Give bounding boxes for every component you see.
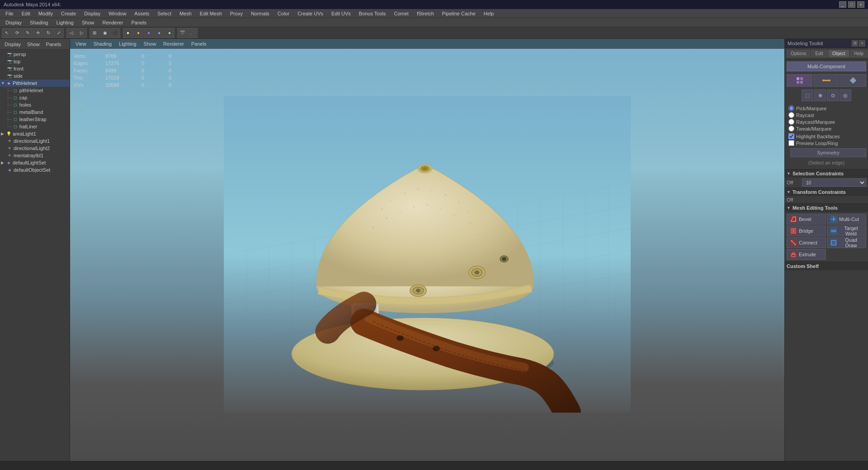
checkbox-preview-loop-ring[interactable]: Preview Loop/Ring <box>787 140 866 146</box>
menu-help[interactable]: Help <box>480 10 498 17</box>
paint-select-icon[interactable]: ⊙ <box>827 89 839 101</box>
quad-draw-button[interactable]: Quad Draw <box>827 237 866 248</box>
radio-tweak-marquee[interactable]: Tweak/Marquee <box>788 125 864 132</box>
menu-edit[interactable]: Edit <box>18 10 34 17</box>
outliner-item-hatliner[interactable]: └─ ◻ hatLiner <box>0 123 70 130</box>
menu-create[interactable]: Create <box>57 10 80 17</box>
outliner-item-dirlight1[interactable]: ☀ directionalLight1 <box>0 137 70 145</box>
outliner-panels-menu[interactable]: Panels <box>43 41 64 48</box>
bridge-button[interactable]: Bridge <box>787 226 826 236</box>
target-weld-button[interactable]: Target Weld <box>827 226 866 236</box>
edge-mode-icon[interactable] <box>813 74 839 87</box>
menu-proxy[interactable]: Proxy <box>226 10 246 17</box>
radio-raycast-marquee[interactable]: Raycast/Marquee <box>788 118 864 125</box>
outliner-item-side[interactable]: 📷 side <box>0 72 70 80</box>
viewport[interactable]: View Shading Lighting Show Renderer Pane… <box>70 39 784 470</box>
vertex-mode-icon[interactable] <box>787 74 812 87</box>
menu-window[interactable]: Window <box>105 10 130 17</box>
menu2-renderer[interactable]: Renderer <box>99 19 127 26</box>
outliner-item-pithhelmet-mesh[interactable]: ├─ ◻ pithHelmet <box>0 87 70 94</box>
viewport-menu-renderer[interactable]: Renderer <box>161 40 186 47</box>
menu-bonus-tools[interactable]: Bonus Tools <box>355 10 390 17</box>
menu-file[interactable]: File <box>2 10 17 17</box>
multi-component-button[interactable]: Multi-Component <box>787 61 866 71</box>
outliner-item-holes[interactable]: ├─ ◻ holes <box>0 101 70 108</box>
maximize-button[interactable]: □ <box>848 1 855 8</box>
viewport-menu-view[interactable]: View <box>74 40 88 47</box>
outliner-item-top[interactable]: 📷 top <box>0 58 70 65</box>
expand-icon[interactable]: ▼ <box>1 81 5 85</box>
toolbar-texture[interactable]: ⬛ <box>110 28 120 38</box>
menu2-shading[interactable]: Shading <box>26 19 52 26</box>
outliner-item-dirlight2[interactable]: ☀ directionalLight2 <box>0 145 70 152</box>
mesh-editing-tools-header[interactable]: ▼ Mesh Editing Tools <box>785 203 868 212</box>
toolbar-render[interactable]: 🎬 <box>177 28 187 38</box>
menu-fstretch[interactable]: fStretch <box>413 10 438 17</box>
menu-comet[interactable]: Comet <box>391 10 412 17</box>
panel-close-button[interactable]: × <box>859 40 865 47</box>
menu2-show[interactable]: Show <box>78 19 98 26</box>
toolbar-rotate[interactable]: ↻ <box>43 28 53 38</box>
multi-cut-button[interactable]: Multi-Cut <box>827 214 866 225</box>
menu2-panels[interactable]: Panels <box>127 19 150 26</box>
symmetry-button[interactable]: Symmetry <box>790 148 866 157</box>
minimize-button[interactable]: _ <box>839 1 846 8</box>
outliner-item-persp[interactable]: 📷 persp <box>0 51 70 58</box>
tab-options[interactable]: Options <box>787 50 810 57</box>
menu-modify[interactable]: Modify <box>35 10 57 17</box>
expand-icon[interactable]: ▶ <box>1 160 5 165</box>
menu-pipeline-cache[interactable]: Pipeline Cache <box>439 10 479 17</box>
toolbar-light3[interactable]: ● <box>144 28 154 38</box>
transform-constraints-header[interactable]: ▼ Transform Constraints <box>785 188 868 196</box>
menu-normals[interactable]: Normals <box>247 10 273 17</box>
radio-pick-marquee[interactable]: Pick/Marquee <box>788 105 864 112</box>
outliner-item-mentalray[interactable]: ☀ mentalrayIbl1 <box>0 152 70 159</box>
outliner-show-menu[interactable]: Show <box>24 41 42 48</box>
expand-icon[interactable]: ▶ <box>1 132 5 136</box>
outliner-item-pithhelmet-group[interactable]: ▼ ◆ PithHelmet <box>0 80 70 87</box>
lasso-select-icon[interactable]: ⊕ <box>814 89 826 101</box>
toolbar-wireframe[interactable]: ⊞ <box>90 28 99 38</box>
toolbar-select[interactable]: ↖ <box>2 28 12 38</box>
panel-float-button[interactable]: ⊡ <box>852 40 858 47</box>
connect-button[interactable]: Connect <box>787 237 826 248</box>
menu-assets[interactable]: Assets <box>131 10 153 17</box>
tab-object[interactable]: Object <box>828 50 849 57</box>
toolbar-paint[interactable]: ✎ <box>23 28 33 38</box>
toolbar-lasso[interactable]: ⟳ <box>12 28 22 38</box>
menu-select[interactable]: Select <box>154 10 175 17</box>
toolbar-smooth[interactable]: ◉ <box>100 28 110 38</box>
close-button[interactable]: × <box>857 1 864 8</box>
bevel-button[interactable]: Bevel <box>787 214 826 225</box>
outliner-display-menu[interactable]: Display <box>2 41 24 48</box>
toolbar-move[interactable]: ✛ <box>33 28 43 38</box>
outliner-item-metalband[interactable]: ├─ ◻ metalBand <box>0 108 70 116</box>
viewport-menu-shading[interactable]: Shading <box>92 40 113 47</box>
outliner-item-leatherstrap[interactable]: ├─ ◻ leatherStrap <box>0 116 70 123</box>
menu2-lighting[interactable]: Lighting <box>52 19 77 26</box>
outliner-item-cap[interactable]: ├─ ◻ cap <box>0 94 70 101</box>
menu-create-uvs[interactable]: Create UVs <box>294 10 327 17</box>
viewport-menu-lighting[interactable]: Lighting <box>117 40 138 47</box>
outliner-item-defaultobjectset[interactable]: ◈ defaultObjectSet <box>0 166 70 174</box>
tab-edit[interactable]: Edit <box>811 50 827 57</box>
toolbar-light2[interactable]: ● <box>133 28 143 38</box>
face-mode-icon[interactable] <box>840 74 866 87</box>
toolbar-light1[interactable]: ● <box>123 28 133 38</box>
selection-constraints-dropdown[interactable]: 10 Off <box>802 179 866 187</box>
marquee-select-icon[interactable]: ⬚ <box>802 89 813 101</box>
toolbar-light4[interactable]: ● <box>154 28 164 38</box>
checkbox-highlight-backfaces[interactable]: Highlight Backfaces <box>787 133 866 140</box>
menu-edit-uvs[interactable]: Edit UVs <box>328 10 354 17</box>
extrude-button[interactable]: Extrude <box>787 249 826 260</box>
soft-select-icon[interactable]: ◎ <box>840 89 851 101</box>
outliner-item-defaultlightset[interactable]: ▶ ◈ defaultLightSet <box>0 159 70 166</box>
toolbar-redo[interactable]: ▷ <box>77 28 87 38</box>
viewport-menu-panels[interactable]: Panels <box>189 40 208 47</box>
radio-raycast[interactable]: Raycast <box>788 112 864 118</box>
toolbar-render2[interactable]: 🎥 <box>188 28 198 38</box>
menu-mesh[interactable]: Mesh <box>176 10 195 17</box>
toolbar-scale[interactable]: ⤢ <box>54 28 64 38</box>
toolbar-undo[interactable]: ◁ <box>66 28 76 38</box>
menu2-display[interactable]: Display <box>2 19 25 26</box>
